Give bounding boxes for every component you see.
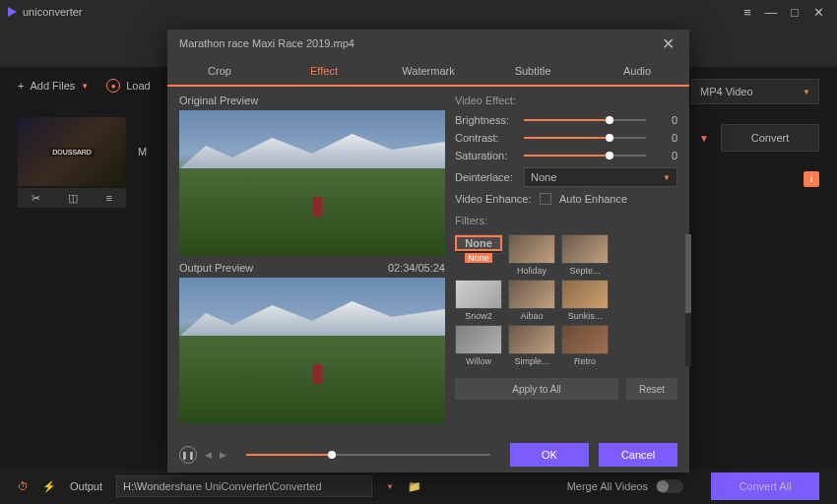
video-effect-title: Video Effect:: [455, 94, 677, 106]
tab-subtitle[interactable]: Subtitle: [481, 57, 585, 85]
cancel-button[interactable]: Cancel: [599, 443, 677, 467]
gpu-icon[interactable]: ⚡: [42, 480, 56, 493]
filter-thumb: [455, 280, 502, 309]
deinterlace-row: Deinterlace: None▼: [455, 167, 677, 187]
filter-thumb: [508, 280, 555, 309]
dialog-titlebar: Marathon race Maxi Race 2019.mp4 ✕: [167, 30, 689, 57]
plus-icon: +: [18, 80, 24, 92]
filter-label: Sunkis...: [568, 311, 603, 321]
convert-all-label: Convert All: [739, 480, 791, 492]
titlebar: uniconverter ≡ — □ ✕: [0, 0, 837, 24]
brightness-label: Brightness:: [455, 114, 516, 126]
original-preview-label: Original Preview: [179, 94, 258, 106]
merge-toggle[interactable]: [656, 479, 683, 493]
scrubber[interactable]: [246, 454, 490, 456]
clock-icon[interactable]: ⏱: [18, 480, 29, 492]
dialog-close-icon[interactable]: ✕: [658, 34, 677, 53]
effect-icon[interactable]: ≡: [105, 192, 111, 204]
convert-all-button[interactable]: Convert All: [711, 472, 819, 500]
play-pause-icon[interactable]: ❚❚: [179, 446, 197, 464]
filter-label: Septe...: [569, 266, 600, 276]
filter-aibao[interactable]: Aibao: [508, 280, 555, 321]
close-icon[interactable]: ✕: [807, 2, 829, 22]
saturation-slider[interactable]: [524, 155, 646, 157]
preview-time: 02:34/05:24: [388, 262, 445, 274]
folder-icon[interactable]: 📁: [408, 480, 421, 493]
prev-frame-icon[interactable]: ◀: [205, 450, 212, 460]
auto-enhance-label: Auto Enhance: [559, 193, 627, 205]
ok-button[interactable]: OK: [510, 443, 589, 467]
filter-thumb: [561, 234, 609, 264]
filter-thumb: [508, 234, 555, 264]
chevron-down-icon: ▼: [663, 173, 671, 182]
auto-enhance-checkbox[interactable]: [540, 193, 551, 205]
format-selected: MP4 Video: [700, 86, 753, 97]
original-preview: [179, 110, 445, 256]
output-path-field[interactable]: H:\Wondershare UniConverter\Converted: [116, 475, 372, 497]
effect-dialog: Marathon race Maxi Race 2019.mp4 ✕ Crop …: [167, 30, 689, 472]
output-path: H:\Wondershare UniConverter\Converted: [123, 480, 322, 492]
maximize-icon[interactable]: □: [784, 2, 805, 22]
enhance-row: Video Enhance: Auto Enhance: [455, 193, 677, 205]
filter-scrollbar[interactable]: [685, 234, 691, 366]
crop-icon[interactable]: ◫: [68, 192, 78, 205]
contrast-value: 0: [654, 132, 677, 144]
load-dvd-button[interactable]: ● Load: [106, 79, 150, 93]
dialog-footer: ❚❚ ◀ ▶ OK Cancel: [167, 437, 689, 472]
chevron-down-icon: ▼: [803, 88, 810, 96]
chevron-down-icon[interactable]: ▼: [386, 482, 394, 491]
filter-simple[interactable]: Simple...: [508, 325, 555, 366]
output-preview: [179, 278, 445, 423]
tab-effect[interactable]: Effect: [272, 57, 376, 87]
saturation-value: 0: [654, 150, 677, 161]
brightness-slider[interactable]: [524, 119, 646, 121]
filter-retro[interactable]: Retro: [561, 325, 609, 366]
dialog-title: Marathon race Maxi Race 2019.mp4: [179, 37, 354, 49]
filter-thumb: [508, 325, 555, 354]
bottom-bar: ⏱ ⚡ Output H:\Wondershare UniConverter\C…: [0, 469, 837, 504]
filter-none[interactable]: NoneNone: [455, 234, 502, 254]
filter-grid: NoneNone Holiday Septe... Snow2 Aibao Su…: [455, 234, 677, 366]
deinterlace-label: Deinterlace:: [455, 171, 516, 183]
filter-label: None: [465, 253, 492, 263]
settings-icon[interactable]: ≡: [737, 2, 758, 22]
dialog-tabs: Crop Effect Watermark Subtitle Audio: [167, 57, 689, 87]
contrast-row: Contrast: 0: [455, 132, 677, 144]
tab-audio[interactable]: Audio: [585, 57, 689, 85]
filter-label: Snow2: [465, 311, 492, 321]
deinterlace-selected: None: [531, 171, 556, 183]
trim-icon[interactable]: ✂: [32, 192, 40, 205]
merge-label: Merge All Videos: [567, 480, 648, 492]
filter-willow[interactable]: Willow: [455, 325, 502, 366]
thumb-tools: ✂ ◫ ≡: [18, 188, 126, 208]
contrast-slider[interactable]: [524, 137, 646, 139]
window-controls: ≡ — □ ✕: [737, 2, 829, 22]
deinterlace-select[interactable]: None▼: [524, 167, 677, 187]
tab-watermark[interactable]: Watermark: [376, 57, 481, 85]
output-preview-label: Output Preview: [179, 262, 253, 274]
filter-label: Willow: [466, 356, 491, 366]
brightness-row: Brightness: 0: [455, 114, 677, 126]
app-name: uniconverter: [23, 6, 83, 18]
filter-september[interactable]: Septe...: [561, 234, 609, 276]
brightness-value: 0: [654, 114, 677, 126]
app-logo: uniconverter: [8, 6, 83, 18]
next-frame-icon[interactable]: ▶: [220, 450, 226, 460]
minimize-icon[interactable]: —: [760, 2, 782, 22]
add-files-button[interactable]: + Add Files ▼: [18, 80, 89, 92]
filter-snow2[interactable]: Snow2: [455, 280, 502, 321]
chevron-down-icon: ▼: [81, 82, 89, 91]
filter-thumb: None: [455, 235, 502, 251]
filter-label: Holiday: [517, 266, 547, 276]
filter-sunkissed[interactable]: Sunkis...: [561, 280, 609, 321]
apply-all-button[interactable]: Apply to All: [455, 378, 618, 400]
effect-controls: Video Effect: Brightness: 0 Contrast: 0 …: [455, 94, 677, 429]
filter-holiday[interactable]: Holiday: [508, 234, 555, 276]
format-select[interactable]: MP4 Video ▼: [691, 79, 819, 104]
load-dvd-label: Load: [126, 80, 150, 92]
video-thumbnail[interactable]: ✂ ◫ ≡: [18, 117, 126, 186]
filter-label: Simple...: [514, 356, 548, 366]
reset-button[interactable]: Reset: [626, 378, 677, 400]
output-label: Output: [70, 480, 102, 492]
tab-crop[interactable]: Crop: [167, 57, 272, 85]
